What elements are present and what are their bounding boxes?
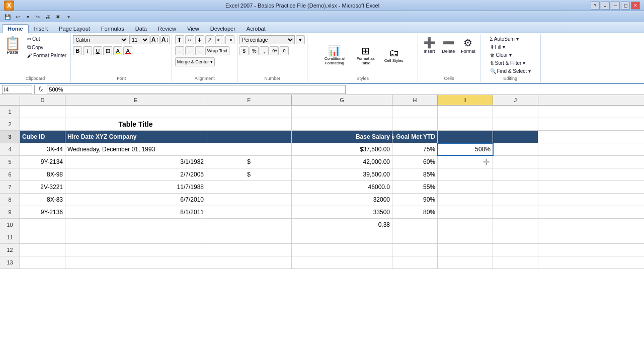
cell-g3[interactable]: Base Salary <box>292 131 392 143</box>
cell-h7[interactable]: 55% <box>392 181 438 193</box>
row-num-3[interactable]: 3 <box>0 131 20 143</box>
tab-insert[interactable]: Insert <box>29 24 54 33</box>
col-header-g[interactable]: G <box>292 95 392 105</box>
cell-i1[interactable] <box>438 106 493 118</box>
cell-e6[interactable]: 2/7/2005 <box>65 168 206 180</box>
cell-j2[interactable] <box>493 118 538 130</box>
cell-e13[interactable] <box>65 256 206 268</box>
col-header-j[interactable]: J <box>493 95 538 105</box>
insert-btn[interactable]: ➕ Insert <box>420 35 438 55</box>
cell-h11[interactable] <box>392 231 438 243</box>
cut-button[interactable]: ✂ Cut <box>25 35 68 43</box>
decrease-decimal-btn[interactable]: .0- <box>280 46 289 55</box>
indent-decrease-btn[interactable]: ⇤ <box>215 35 224 44</box>
tab-data[interactable]: Data <box>130 24 152 33</box>
cell-j11[interactable] <box>493 231 538 243</box>
indent-increase-btn[interactable]: ⇥ <box>225 35 234 44</box>
cell-f4[interactable] <box>206 143 292 155</box>
number-format-dropdown[interactable]: ▾ <box>296 35 305 44</box>
cell-e9[interactable]: 8/1/2011 <box>65 206 206 218</box>
row-num-2[interactable]: 2 <box>0 118 20 130</box>
cell-j3[interactable] <box>493 131 538 143</box>
cell-h8[interactable]: 90% <box>392 194 438 206</box>
find-select-btn[interactable]: 🔍 Find & Select ▾ <box>488 67 533 75</box>
cell-j9[interactable] <box>493 206 538 218</box>
align-right-btn[interactable]: ≡ <box>195 46 204 55</box>
cell-f8[interactable] <box>206 194 292 206</box>
restore-btn[interactable]: ◻ <box>621 2 630 10</box>
cell-i4[interactable]: 500% <box>438 143 493 155</box>
cell-j6[interactable] <box>493 168 538 180</box>
cell-h1[interactable] <box>392 106 438 118</box>
cell-f10[interactable] <box>206 219 292 231</box>
conditional-formatting-btn[interactable]: 📊 Conditional Formatting <box>321 44 348 67</box>
cell-e11[interactable] <box>65 231 206 243</box>
cell-d9[interactable]: 9Y-2136 <box>20 206 65 218</box>
undo-qa-btn[interactable]: ↩ <box>13 12 22 21</box>
formula-input[interactable] <box>47 85 345 94</box>
cell-g1[interactable] <box>292 106 392 118</box>
row-num-5[interactable]: 5 <box>0 156 20 168</box>
wrap-text-btn[interactable]: Wrap Text <box>205 46 229 55</box>
sort-filter-btn[interactable]: ⇅ Sort & Filter ▾ <box>488 59 528 67</box>
cell-e10[interactable] <box>65 219 206 231</box>
cell-i12[interactable] <box>438 244 493 256</box>
tab-developer[interactable]: Developer <box>205 24 241 33</box>
cell-i2[interactable] <box>438 118 493 130</box>
cell-d5[interactable]: 9Y-2134 <box>20 156 65 168</box>
cell-d8[interactable]: 8X-83 <box>20 194 65 206</box>
format-as-table-btn[interactable]: ⊞ Format as Table <box>352 44 379 67</box>
row-num-1[interactable]: 1 <box>0 106 20 118</box>
font-color-button[interactable]: A <box>123 46 132 55</box>
align-top-btn[interactable]: ⬆ <box>175 35 184 44</box>
accounting-btn[interactable]: $ <box>239 46 249 55</box>
cell-h4[interactable]: 75% <box>392 143 438 155</box>
cell-g10[interactable]: 0.38 <box>292 219 392 231</box>
cell-d2[interactable] <box>20 118 65 130</box>
cell-f7[interactable] <box>206 181 292 193</box>
row-num-8[interactable]: 8 <box>0 194 20 206</box>
fill-btn[interactable]: ⬇ Fill ▾ <box>488 43 508 51</box>
cell-j12[interactable] <box>493 244 538 256</box>
help-btn[interactable]: ? <box>591 2 600 10</box>
tab-home[interactable]: Home <box>2 24 29 33</box>
cell-i9[interactable] <box>438 206 493 218</box>
cell-h10[interactable] <box>392 219 438 231</box>
ribbon-toggle-btn[interactable]: ⌄ <box>601 2 610 10</box>
cell-f11[interactable] <box>206 231 292 243</box>
cell-i10[interactable] <box>438 219 493 231</box>
underline-button[interactable]: U <box>93 46 102 55</box>
col-header-e[interactable]: E <box>65 95 206 105</box>
tab-formulas[interactable]: Formulas <box>96 24 130 33</box>
print-qa-btn[interactable]: 🖨 <box>43 12 52 21</box>
cell-g7[interactable]: 46000.0 <box>292 181 392 193</box>
row-num-4[interactable]: 4 <box>0 143 20 155</box>
cell-f9[interactable] <box>206 206 292 218</box>
cell-e1[interactable] <box>65 106 206 118</box>
increase-font-btn[interactable]: A↑ <box>150 35 159 44</box>
cell-g13[interactable] <box>292 256 392 268</box>
cell-g2[interactable] <box>292 118 392 130</box>
increase-decimal-btn[interactable]: .0+ <box>270 46 279 55</box>
format-btn[interactable]: ⚙ Format <box>458 35 478 55</box>
tab-acrobat[interactable]: Acrobat <box>241 24 271 33</box>
cell-h12[interactable] <box>392 244 438 256</box>
close-qa-btn[interactable]: ✖ <box>53 12 62 21</box>
cell-e12[interactable] <box>65 244 206 256</box>
cell-i13[interactable] <box>438 256 493 268</box>
cell-j8[interactable] <box>493 194 538 206</box>
cell-f12[interactable] <box>206 244 292 256</box>
clear-btn[interactable]: 🗑 Clear ▾ <box>488 51 514 59</box>
delete-btn[interactable]: ➖ Delete <box>439 35 457 55</box>
cell-i8[interactable] <box>438 194 493 206</box>
row-num-10[interactable]: 10 <box>0 219 20 231</box>
align-left-btn[interactable]: ≡ <box>175 46 184 55</box>
cell-j10[interactable] <box>493 219 538 231</box>
cell-g6[interactable]: 39,500.00 <box>292 168 392 180</box>
tab-review[interactable]: Review <box>152 24 182 33</box>
align-center-btn[interactable]: ≡ <box>185 46 194 55</box>
cell-j7[interactable] <box>493 181 538 193</box>
copy-button[interactable]: ⧉ Copy <box>25 43 68 51</box>
cell-i7[interactable] <box>438 181 493 193</box>
paste-button[interactable]: 📋 Paste <box>2 35 23 56</box>
